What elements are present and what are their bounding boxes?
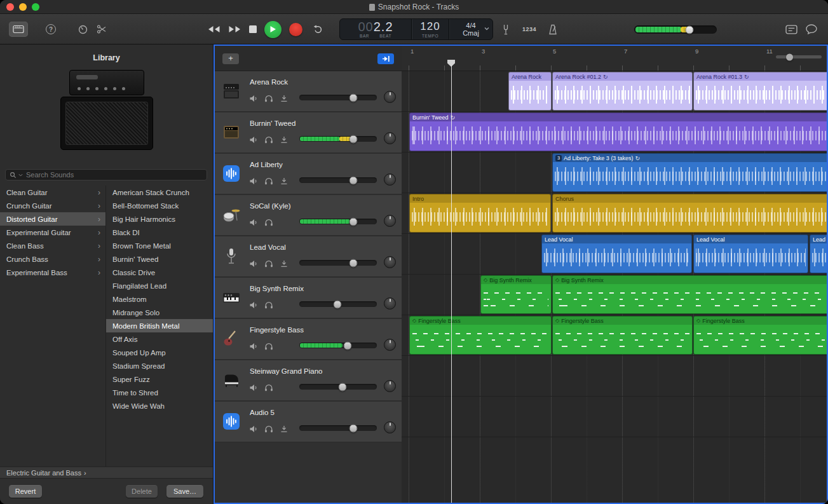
- pan-knob[interactable]: [384, 297, 396, 310]
- category-item[interactable]: Clean Bass›: [0, 239, 105, 252]
- pan-knob[interactable]: [384, 91, 396, 103]
- track-header-big-synth-remix[interactable]: Big Synth Remix: [215, 278, 402, 318]
- category-item-selected[interactable]: Distorted Guitar›: [0, 212, 105, 226]
- solo-headphones-button[interactable]: [264, 301, 273, 309]
- mute-button[interactable]: [248, 383, 258, 392]
- forward-button[interactable]: [228, 25, 241, 33]
- category-item[interactable]: Experimental Bass›: [0, 266, 105, 279]
- track-lane-burnin-tweed[interactable]: Burnin' Tweed↻: [402, 112, 827, 153]
- audio-region[interactable]: Lead Vocal: [693, 235, 808, 273]
- library-breadcrumb[interactable]: Electric Guitar and Bass ›: [0, 467, 213, 478]
- preset-item[interactable]: Midrange Solo: [106, 306, 213, 319]
- solo-headphones-button[interactable]: [264, 135, 273, 144]
- track-name[interactable]: Steinway Grand Piano: [250, 367, 322, 375]
- volume-slider[interactable]: [299, 136, 377, 142]
- midi-region[interactable]: ◇Fingerstyle Bass: [552, 316, 693, 355]
- audio-region[interactable]: 3Ad Liberty: Take 3 (3 takes)↻: [552, 153, 827, 192]
- audio-region[interactable]: Arena Rock #01.3↻: [693, 72, 827, 111]
- solo-headphones-button[interactable]: [264, 177, 273, 185]
- volume-slider[interactable]: [299, 260, 377, 266]
- track-lane-lead-vocal[interactable]: Lead Vocal Lead Vocal Lead Vocal: [402, 234, 827, 275]
- volume-thumb[interactable]: [350, 176, 358, 184]
- preset-item[interactable]: Stadium Spread: [106, 359, 213, 372]
- track-header-audio-5[interactable]: Audio 5: [215, 402, 402, 442]
- count-in-button[interactable]: 1234: [522, 14, 536, 44]
- category-item[interactable]: Experimental Guitar›: [0, 226, 105, 239]
- preset-item[interactable]: American Stack Crunch: [106, 186, 213, 199]
- track-lane-socal-kyle[interactable]: Intro Chorus: [402, 193, 827, 234]
- stop-button[interactable]: [249, 25, 257, 33]
- midi-region[interactable]: ◇Big Synth Remix: [552, 275, 827, 314]
- rewind-button[interactable]: [207, 25, 221, 33]
- catch-playhead-button[interactable]: [377, 53, 394, 64]
- ruler[interactable]: 1 3 5 7 9 11: [402, 46, 827, 71]
- track-name[interactable]: Arena Rock: [250, 78, 288, 86]
- track-name[interactable]: Ad Liberty: [250, 161, 283, 168]
- tuner-button[interactable]: [502, 14, 510, 44]
- preset-item[interactable]: Off Axis: [106, 332, 213, 346]
- mute-button[interactable]: [248, 177, 258, 185]
- mute-button[interactable]: [248, 342, 258, 350]
- track-lane-big-synth-remix[interactable]: ◇Big Synth Remix ◇Big Synth Remix: [402, 275, 827, 315]
- midi-region[interactable]: ◇Big Synth Remix: [480, 275, 552, 314]
- volume-thumb[interactable]: [350, 93, 358, 102]
- search-input[interactable]: [25, 170, 203, 179]
- pan-knob[interactable]: [384, 215, 396, 227]
- lcd-tempo-section[interactable]: 120 TEMPO: [412, 19, 449, 39]
- volume-thumb[interactable]: [350, 135, 358, 143]
- audio-region[interactable]: Lead Vocal: [541, 235, 692, 273]
- volume-slider[interactable]: [299, 343, 377, 348]
- revert-button[interactable]: Revert: [9, 485, 42, 498]
- preset-item[interactable]: Brown Tone Metal: [106, 239, 213, 252]
- preset-item[interactable]: Big Hair Harmonics: [106, 212, 213, 226]
- track-header-socal-kyle[interactable]: SoCal (Kyle): [215, 195, 402, 236]
- track-lane-ad-liberty[interactable]: 3Ad Liberty: Take 3 (3 takes)↻: [402, 153, 827, 193]
- smart-controls-button[interactable]: [78, 14, 88, 44]
- audio-region[interactable]: Arena Rock: [508, 72, 552, 111]
- track-name[interactable]: SoCal (Kyle): [250, 202, 291, 210]
- input-monitoring-button[interactable]: [279, 94, 288, 102]
- delete-button[interactable]: Delete: [126, 485, 158, 498]
- volume-slider[interactable]: [299, 384, 377, 390]
- pan-knob[interactable]: [384, 256, 396, 268]
- midi-region[interactable]: ◇Fingerstyle Bass: [409, 316, 552, 355]
- mute-button[interactable]: [248, 94, 258, 102]
- track-lane-steinway-grand-piano[interactable]: [402, 356, 827, 397]
- chevron-down-icon[interactable]: [484, 27, 489, 31]
- volume-slider[interactable]: [299, 95, 377, 100]
- pan-knob[interactable]: [384, 132, 396, 144]
- audio-region[interactable]: Intro: [409, 194, 551, 233]
- editors-button[interactable]: [97, 14, 107, 44]
- lcd-display[interactable]: 002.2 BARBEAT 120 TEMPO 4/4 Cmaj: [339, 18, 493, 40]
- search-sounds-box[interactable]: [5, 169, 207, 180]
- track-header-lead-vocal[interactable]: Lead Vocal: [215, 236, 402, 277]
- midi-region[interactable]: ◇Fingerstyle Bass: [693, 316, 827, 355]
- category-item[interactable]: Crunch Guitar›: [0, 199, 105, 212]
- solo-headphones-button[interactable]: [264, 259, 273, 268]
- volume-slider[interactable]: [299, 219, 377, 224]
- mute-button[interactable]: [248, 425, 258, 433]
- metronome-button[interactable]: [548, 14, 558, 44]
- horizontal-zoom-slider[interactable]: [776, 55, 822, 58]
- input-monitoring-button[interactable]: [279, 135, 288, 144]
- track-name[interactable]: Lead Vocal: [250, 243, 286, 251]
- input-monitoring-button[interactable]: [279, 259, 288, 268]
- track-header-arena-rock[interactable]: Arena Rock: [215, 71, 402, 112]
- audio-region[interactable]: Lead Vocal: [810, 235, 827, 273]
- pan-knob[interactable]: [384, 380, 396, 392]
- category-item[interactable]: Clean Guitar›: [0, 186, 105, 199]
- master-volume-slider[interactable]: [634, 25, 717, 34]
- add-track-button[interactable]: +: [222, 53, 239, 64]
- zoom-thumb[interactable]: [786, 53, 793, 60]
- solo-headphones-button[interactable]: [264, 425, 273, 433]
- volume-thumb[interactable]: [350, 217, 358, 226]
- mute-button[interactable]: [248, 218, 258, 226]
- preset-item[interactable]: Black DI: [106, 226, 213, 239]
- cycle-button[interactable]: [310, 25, 322, 34]
- mute-button[interactable]: [248, 259, 258, 268]
- solo-headphones-button[interactable]: [264, 383, 273, 392]
- track-header-steinway-grand-piano[interactable]: Steinway Grand Piano: [215, 360, 402, 401]
- track-name[interactable]: Fingerstyle Bass: [250, 326, 304, 334]
- preset-item-selected[interactable]: Modern British Metal: [106, 319, 213, 332]
- volume-slider[interactable]: [299, 177, 377, 183]
